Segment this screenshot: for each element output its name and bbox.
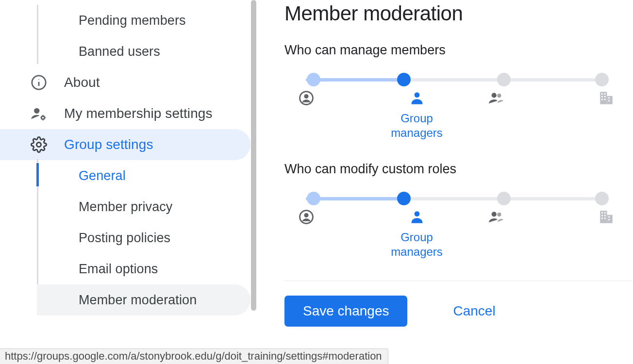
svg-rect-30 <box>601 215 603 216</box>
setting-manage-members: Who can manage members Group managers <box>284 43 633 140</box>
page-title: Member moderation <box>284 2 633 25</box>
svg-point-3 <box>34 108 39 114</box>
svg-rect-32 <box>601 217 603 219</box>
role-slider[interactable] <box>306 190 606 208</box>
nav-email-options[interactable]: Email options <box>37 253 250 284</box>
nav-about[interactable]: About <box>0 67 250 98</box>
svg-point-23 <box>414 211 419 216</box>
slider-stop-managers[interactable] <box>397 192 411 205</box>
svg-point-9 <box>491 93 496 98</box>
svg-rect-26 <box>600 211 607 223</box>
divider <box>284 281 632 281</box>
svg-rect-19 <box>608 98 610 99</box>
svg-point-24 <box>491 212 496 216</box>
nav-general[interactable]: General <box>37 160 250 191</box>
button-row: Save changes Cancel <box>284 296 633 327</box>
svg-rect-20 <box>608 100 610 101</box>
nav-label: General <box>79 168 126 183</box>
svg-rect-14 <box>604 93 606 95</box>
sidebar: Pending members Banned users About My me… <box>0 0 256 364</box>
owner-icon <box>298 209 377 259</box>
scrollbar-handle[interactable] <box>251 0 256 311</box>
svg-rect-28 <box>601 212 603 214</box>
svg-rect-15 <box>601 96 603 98</box>
slider-fill <box>306 197 404 200</box>
nav-posting-policies[interactable]: Posting policies <box>37 222 250 253</box>
info-icon <box>27 74 50 91</box>
role-slider[interactable] <box>306 71 606 89</box>
slider-fill <box>306 78 404 82</box>
nav-group-settings[interactable]: Group settings <box>0 129 250 160</box>
setting-modify-roles: Who can modify custom roles Group manage… <box>284 162 633 259</box>
nav-label: Posting policies <box>79 231 170 246</box>
slider-stop-managers[interactable] <box>397 73 411 86</box>
svg-point-25 <box>497 213 501 216</box>
nav-label: Email options <box>79 262 158 277</box>
svg-rect-34 <box>608 216 610 218</box>
svg-rect-16 <box>604 96 606 98</box>
svg-rect-13 <box>601 93 603 95</box>
svg-rect-11 <box>600 92 607 104</box>
nav-label: Pending members <box>79 13 186 28</box>
nav-pending-members[interactable]: Pending members <box>37 5 250 36</box>
slider-stop-owners[interactable] <box>307 192 320 205</box>
svg-point-5 <box>36 142 41 147</box>
slider-stop-org[interactable] <box>595 73 609 86</box>
tick-label: Group managers <box>391 230 443 259</box>
nav-member-privacy[interactable]: Member privacy <box>37 191 250 222</box>
svg-point-22 <box>304 213 308 217</box>
nav-label: Group settings <box>64 137 153 152</box>
slider-stop-org[interactable] <box>595 192 609 205</box>
svg-point-8 <box>414 92 419 98</box>
svg-point-10 <box>497 94 501 98</box>
gear-icon <box>27 136 50 153</box>
slider-icon-row: Group managers <box>298 90 615 140</box>
svg-point-2 <box>38 79 39 80</box>
nav-banned-users[interactable]: Banned users <box>37 36 250 67</box>
manager-icon: Group managers <box>377 209 456 259</box>
nav-membership-settings[interactable]: My membership settings <box>0 98 250 129</box>
person-gear-icon <box>27 105 50 122</box>
slider-stop-owners[interactable] <box>307 73 320 86</box>
setting-label: Who can modify custom roles <box>284 162 633 177</box>
status-url: https://groups.google.com/a/stonybrook.e… <box>0 348 388 364</box>
svg-rect-29 <box>604 212 606 214</box>
members-icon <box>456 90 535 140</box>
tick-label: Group managers <box>391 111 443 140</box>
svg-rect-35 <box>608 219 610 220</box>
save-button[interactable]: Save changes <box>284 296 407 327</box>
manager-icon: Group managers <box>377 90 456 140</box>
main-panel: Member moderation Who can manage members… <box>256 0 633 364</box>
nav-member-moderation[interactable]: Member moderation <box>37 284 250 315</box>
svg-rect-17 <box>601 99 603 100</box>
slider-stop-members[interactable] <box>497 192 511 205</box>
svg-rect-31 <box>604 215 606 216</box>
cancel-button[interactable]: Cancel <box>434 296 514 327</box>
slider-stop-members[interactable] <box>497 73 511 86</box>
setting-label: Who can manage members <box>284 43 633 58</box>
slider-icon-row: Group managers <box>298 209 615 259</box>
org-icon <box>535 90 615 140</box>
svg-rect-18 <box>604 99 606 100</box>
nav-label: My membership settings <box>64 106 213 121</box>
nav-label: Member moderation <box>79 293 197 308</box>
nav-label: About <box>64 75 100 90</box>
members-icon <box>456 209 535 259</box>
org-icon <box>535 209 615 259</box>
svg-point-7 <box>304 94 308 99</box>
svg-point-4 <box>41 116 44 119</box>
svg-rect-33 <box>604 217 606 219</box>
owner-icon <box>298 90 377 140</box>
nav-label: Banned users <box>79 44 160 59</box>
nav-label: Member privacy <box>79 199 172 215</box>
